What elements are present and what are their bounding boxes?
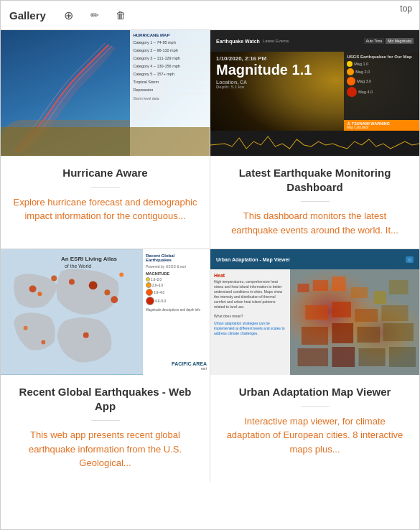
edit-icon[interactable]: ✏: [86, 6, 103, 24]
svg-rect-34: [358, 348, 385, 366]
svg-rect-26: [355, 309, 378, 322]
item-description-urban: Interactive map viewer, for climate adap…: [222, 414, 408, 457]
gallery-grid: HURRICANE MAP Category 1 – 74-95 mph Cat…: [1, 30, 419, 482]
item-description-hurricane: Explore hurricane forecast and demograph…: [12, 195, 198, 223]
divider-hurricane: [91, 187, 120, 188]
svg-point-12: [51, 276, 57, 282]
svg-point-2: [29, 285, 37, 292]
thumbnail-global-eq: An ESRI Living Atlas of the World Recent…: [1, 249, 210, 375]
svg-rect-23: [389, 280, 409, 294]
item-content-hurricane: Hurricane Aware Explore hurricane foreca…: [1, 156, 210, 248]
add-icon[interactable]: ⊕: [60, 6, 78, 24]
svg-point-10: [41, 340, 45, 345]
svg-rect-35: [389, 347, 416, 367]
svg-rect-25: [332, 302, 351, 317]
top-label: top: [400, 4, 412, 14]
thumbnail-earthquake: Earthquake Watch Latest Events Auto Time…: [210, 30, 419, 156]
svg-rect-0: [210, 131, 419, 156]
svg-rect-29: [332, 323, 353, 343]
gallery-item-urban[interactable]: Urban Adaptation - Map Viewer ⚙ Heat Hig…: [210, 249, 419, 482]
item-content-global-eq: Recent Global Earthquakes - Web App This…: [1, 375, 210, 482]
svg-point-3: [37, 292, 42, 296]
gallery-title: Gallery: [9, 9, 46, 22]
thumbnail-hurricane: HURRICANE MAP Category 1 – 74-95 mph Cat…: [1, 30, 210, 156]
item-title-earthquake: Latest Earthquake Monitoring Dashboard: [222, 166, 408, 194]
item-description-earthquake: This dashboard monitors the latest earth…: [222, 209, 408, 237]
divider-urban: [301, 406, 330, 407]
item-content-urban: Urban Adaptation Map Viewer Interactive …: [210, 375, 419, 482]
svg-text:An ESRI Living Atlas: An ESRI Living Atlas: [61, 256, 118, 262]
svg-point-4: [69, 279, 75, 284]
item-title-global-eq: Recent Global Earthquakes - Web App: [12, 385, 198, 413]
svg-rect-22: [373, 291, 386, 304]
svg-rect-27: [381, 305, 408, 321]
delete-icon[interactable]: 🗑: [112, 6, 129, 24]
item-content-earthquake: Latest Earthquake Monitoring Dashboard T…: [210, 156, 419, 248]
svg-rect-28: [301, 327, 327, 345]
svg-rect-31: [383, 323, 413, 341]
svg-rect-21: [350, 287, 367, 298]
divider-global-eq: [91, 420, 120, 421]
svg-point-8: [24, 326, 28, 330]
svg-rect-18: [297, 284, 309, 292]
toolbar: Gallery ⊕ ✏ 🗑: [1, 1, 419, 30]
svg-point-7: [111, 296, 118, 303]
item-description-global-eq: This web app presents recent global eart…: [12, 428, 198, 470]
divider-earthquake: [301, 201, 330, 202]
item-title-urban: Urban Adaptation Map Viewer: [222, 385, 408, 399]
svg-point-6: [104, 289, 110, 295]
svg-point-5: [89, 281, 98, 289]
svg-rect-20: [332, 276, 345, 291]
svg-point-11: [119, 273, 123, 277]
svg-text:of the World: of the World: [65, 264, 91, 269]
item-title-hurricane: Hurricane Aware: [12, 166, 198, 180]
gallery-item-global-eq[interactable]: An ESRI Living Atlas of the World Recent…: [1, 249, 210, 482]
svg-rect-33: [332, 347, 355, 367]
svg-point-9: [83, 333, 89, 338]
svg-rect-24: [305, 305, 328, 320]
svg-rect-19: [312, 280, 327, 291]
svg-rect-30: [357, 327, 380, 343]
gallery-item-hurricane-aware[interactable]: HURRICANE MAP Category 1 – 74-95 mph Cat…: [1, 30, 210, 248]
svg-rect-32: [297, 348, 327, 366]
gallery-item-earthquake[interactable]: Earthquake Watch Latest Events Auto Time…: [210, 30, 419, 248]
thumbnail-urban: Urban Adaptation - Map Viewer ⚙ Heat Hig…: [210, 249, 419, 375]
